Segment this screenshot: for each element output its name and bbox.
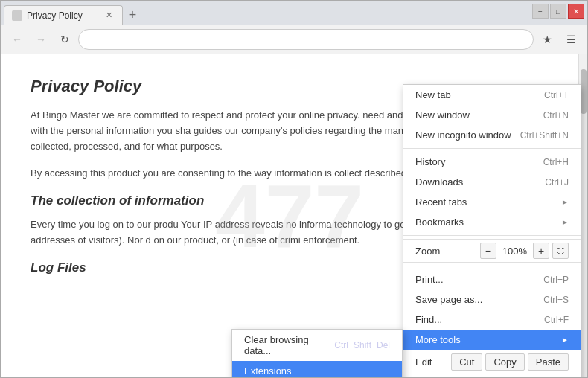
page-content: 477 Privacy Policy At Bingo Master we ar… [1,54,587,377]
back-button[interactable]: ← [7,29,28,50]
tab-title: Privacy Policy [27,10,83,21]
window-controls: − □ ✕ [532,4,584,19]
close-button[interactable]: ✕ [568,4,584,19]
paragraph-1: At Bingo Master we are committed to resp… [31,108,549,154]
section2-text: Every time you log on to our produ Your … [31,217,549,249]
address-bar[interactable] [78,29,534,50]
section3-title: Log Files [31,260,549,275]
scrollbar-thumb[interactable] [581,69,587,114]
tab-favicon [12,10,22,21]
browser-window: Privacy Policy ✕ + − □ ✕ ← → ↻ ★ ☰ 477 P… [0,0,588,378]
maximize-button[interactable]: □ [550,4,566,19]
browser-tab[interactable]: Privacy Policy ✕ [4,5,123,25]
bookmark-button[interactable]: ★ [537,29,557,50]
nav-bar: ← → ↻ ★ ☰ [1,25,587,54]
content-area: 477 Privacy Policy At Bingo Master we ar… [1,54,578,377]
title-bar: Privacy Policy ✕ + − □ ✕ [1,1,587,25]
new-tab-button[interactable]: + [123,5,142,25]
section2-title: The collection of information [31,193,549,208]
tab-close-button[interactable]: ✕ [103,10,115,21]
chrome-menu-button[interactable]: ☰ [560,29,581,50]
forward-button[interactable]: → [31,29,51,50]
scrollbar[interactable] [578,54,587,377]
page-title: Privacy Policy [31,77,549,96]
refresh-button[interactable]: ↻ [54,29,75,50]
paragraph-2: By accessing this product you are consen… [31,166,549,182]
minimize-button[interactable]: − [532,4,549,19]
